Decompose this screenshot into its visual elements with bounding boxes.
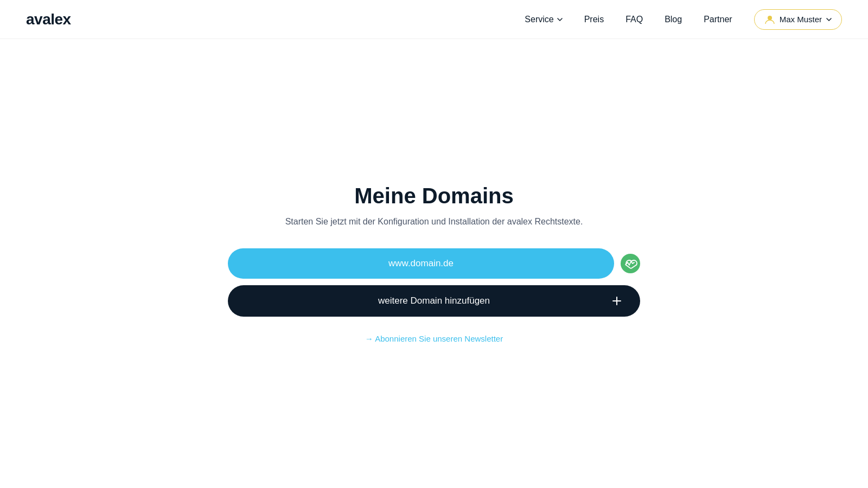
chevron-down-icon	[557, 18, 563, 21]
health-heart-icon	[621, 254, 640, 273]
user-chevron-icon	[826, 18, 832, 21]
newsletter-link[interactable]: → Abonnieren Sie unseren Newsletter	[365, 334, 503, 343]
nav-service[interactable]: Service	[525, 15, 562, 24]
add-domain-button[interactable]: weitere Domain hinzufügen	[228, 285, 640, 317]
nav-preis[interactable]: Preis	[584, 15, 604, 24]
page-title: Meine Domains	[354, 184, 513, 208]
user-menu-button[interactable]: Max Muster	[754, 9, 842, 30]
domains-container: www.domain.de weitere Domain hinzufügen	[228, 248, 640, 317]
domain-button[interactable]: www.domain.de	[228, 248, 614, 279]
nav: Service Preis FAQ Blog Partner Max Muste…	[525, 9, 842, 30]
user-icon	[764, 14, 775, 25]
main-content: Meine Domains Starten Sie jetzt mit der …	[0, 39, 868, 488]
logo: avalex	[26, 11, 71, 28]
domain-row: www.domain.de	[228, 248, 640, 279]
nav-partner[interactable]: Partner	[704, 15, 732, 24]
svg-point-0	[768, 16, 772, 20]
nav-faq[interactable]: FAQ	[626, 15, 643, 24]
nav-blog[interactable]: Blog	[665, 15, 682, 24]
page-subtitle: Starten Sie jetzt mit der Konfiguration …	[285, 217, 583, 227]
header: avalex Service Preis FAQ Blog Partner Ma…	[0, 0, 868, 39]
plus-icon	[611, 295, 623, 307]
